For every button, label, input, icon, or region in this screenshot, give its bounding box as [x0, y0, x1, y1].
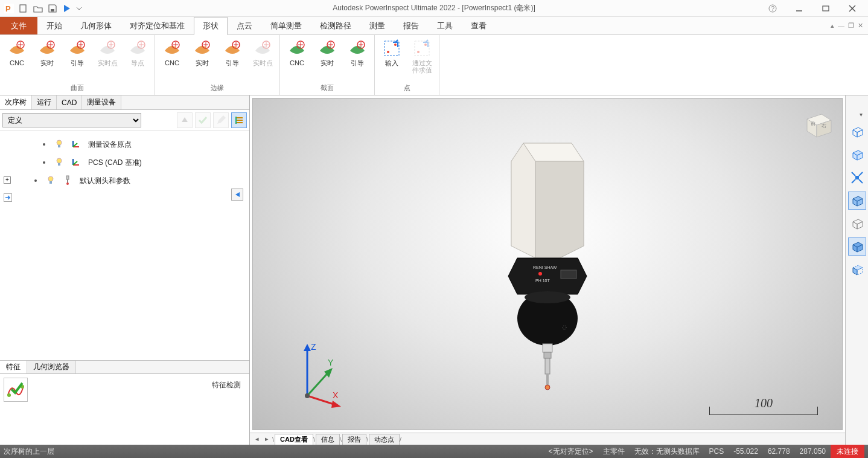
ribbon-曲面-实时点: 实时点: [94, 37, 121, 68]
menu-几何形体[interactable]: 几何形体: [71, 17, 121, 34]
back-arrow-button[interactable]: [231, 189, 243, 201]
minimize-button[interactable]: [787, 1, 811, 16]
menu-点云[interactable]: 点云: [228, 17, 261, 34]
feature-tab-几何浏览器[interactable]: 几何浏览器: [27, 361, 76, 373]
svg-marker-110: [857, 130, 863, 137]
open-icon[interactable]: [33, 3, 43, 14]
menu-报告[interactable]: 报告: [394, 17, 428, 34]
shaded-solid-icon[interactable]: [848, 237, 866, 256]
svg-rect-58: [58, 145, 60, 147]
shaded-open-icon[interactable]: [848, 146, 866, 164]
status-invalid: 无效：无测头数据库: [630, 447, 704, 457]
menu-形状[interactable]: 形状: [194, 17, 228, 35]
sequence-tree[interactable]: 测量设备原点PCS (CAD 基准)默认测头和参数 +: [0, 131, 249, 360]
tab-scroll-right-icon[interactable]: ▸: [262, 435, 272, 443]
menu-对齐定位和基准[interactable]: 对齐定位和基准: [121, 17, 194, 34]
left-tab-CAD[interactable]: CAD: [57, 95, 82, 109]
svg-point-51: [424, 44, 427, 46]
svg-marker-109: [853, 130, 857, 137]
ribbon-边缘-实时点: 实时点: [249, 37, 276, 68]
menu-测量[interactable]: 测量: [360, 17, 394, 34]
status-y: 62.778: [763, 447, 795, 456]
svg-point-92: [545, 385, 550, 390]
ribbon-曲面-CNC[interactable]: CNC: [4, 37, 30, 68]
ribbon-group-label: 曲面: [4, 82, 151, 95]
definition-select[interactable]: 定义: [2, 113, 141, 127]
left-tab-运行[interactable]: 运行: [32, 95, 57, 109]
maximize-button[interactable]: [814, 1, 838, 16]
status-alignment: <无对齐定位>: [544, 447, 598, 457]
status-connection[interactable]: 未连接: [831, 445, 864, 458]
view-tab-动态点[interactable]: 动态点: [369, 434, 400, 445]
lightbulb-icon: [54, 139, 65, 150]
tree-node[interactable]: 默认测头和参数: [2, 172, 247, 190]
ribbon-label: 实时: [321, 59, 334, 66]
svg-marker-78: [535, 161, 584, 258]
tree-label: 测量设备原点: [88, 140, 132, 150]
menu-工具[interactable]: 工具: [428, 17, 462, 34]
left-tab-测量设备[interactable]: 测量设备: [82, 95, 121, 109]
svg-rect-88: [543, 344, 552, 352]
menu-bar: 文件 开始几何形体对齐定位和基准形状点云简单测量检测路径测量报告工具查看 ▴ —…: [0, 17, 868, 35]
qat-dropdown-icon[interactable]: [76, 3, 82, 14]
mdi-minimize-icon[interactable]: —: [838, 22, 844, 30]
enter-icon[interactable]: [4, 193, 12, 202]
3d-canvas[interactable]: RENI SHAW PH 10T: [252, 98, 843, 430]
close-button[interactable]: [840, 1, 864, 16]
view-tab-CAD查看[interactable]: CAD查看: [275, 434, 313, 445]
hidden-line-icon[interactable]: [848, 214, 866, 233]
tab-scroll-left-icon[interactable]: ◂: [252, 435, 262, 443]
list-button[interactable]: [231, 112, 247, 128]
run-icon[interactable]: [62, 3, 72, 14]
window-title: Autodesk PowerInspect Ultimate 2022 - [P…: [333, 3, 535, 13]
ribbon-曲面-引导[interactable]: 引导: [64, 37, 91, 68]
svg-line-114: [852, 172, 855, 176]
ribbon-边缘-引导[interactable]: 引导: [219, 37, 246, 68]
feature-check-icon[interactable]: [4, 378, 28, 402]
svg-point-69: [48, 176, 53, 181]
section-icon[interactable]: [848, 260, 866, 279]
mdi-restore-icon[interactable]: ❐: [848, 22, 854, 30]
svg-text:PH 10T: PH 10T: [535, 279, 550, 283]
ribbon-点-输入[interactable]: 输入: [378, 37, 405, 68]
ribbon-label: 实时点: [253, 59, 273, 66]
ribbon-边缘-实时[interactable]: 实时: [189, 37, 215, 68]
wireframe-icon[interactable]: [848, 123, 866, 141]
ribbon-icon: [193, 39, 212, 58]
ribbon-截面-引导[interactable]: 引导: [344, 37, 371, 68]
ribbon-collapse-icon[interactable]: ▴: [831, 22, 834, 30]
svg-rect-3: [51, 9, 54, 11]
ribbon-截面-实时[interactable]: 实时: [314, 37, 340, 68]
ribbon-点-通过文件求值: 通过文件求值: [409, 37, 435, 75]
status-pcs: PCS: [704, 447, 729, 456]
ribbon-icon: [253, 39, 272, 58]
file-menu[interactable]: 文件: [0, 17, 37, 34]
feature-label: 特征检测: [212, 380, 241, 390]
tree-bullet-icon: [40, 140, 48, 149]
menu-检测路径[interactable]: 检测路径: [311, 17, 360, 34]
fit-icon[interactable]: [848, 169, 866, 187]
feature-tab-特征[interactable]: 特征: [0, 361, 27, 373]
tree-bullet-icon: [31, 176, 40, 185]
collapse-toolbar-icon[interactable]: ▾: [860, 111, 868, 118]
save-icon[interactable]: [47, 3, 58, 14]
ribbon-曲面-实时[interactable]: 实时: [34, 37, 60, 68]
iso-box-icon[interactable]: [848, 192, 866, 210]
left-tab-次序树[interactable]: 次序树: [0, 95, 32, 109]
ribbon-截面-CNC[interactable]: CNC: [284, 37, 310, 68]
new-icon[interactable]: [18, 3, 29, 14]
svg-point-68: [34, 179, 37, 182]
mdi-close-icon[interactable]: ✕: [858, 22, 863, 30]
menu-查看[interactable]: 查看: [462, 17, 496, 34]
tree-node[interactable]: PCS (CAD 基准): [2, 153, 247, 172]
expand-icon[interactable]: +: [4, 176, 11, 184]
tree-node[interactable]: 测量设备原点: [2, 135, 247, 153]
view-cube[interactable]: 前 右: [800, 107, 834, 141]
view-tab-报告[interactable]: 报告: [342, 434, 366, 445]
menu-简单测量[interactable]: 简单测量: [261, 17, 311, 34]
ribbon-边缘-CNC[interactable]: CNC: [159, 37, 185, 68]
probe-model: RENI SHAW PH 10T: [493, 107, 602, 397]
help-icon[interactable]: ?: [761, 1, 785, 16]
menu-开始[interactable]: 开始: [37, 17, 71, 34]
view-tab-信息[interactable]: 信息: [316, 434, 340, 445]
